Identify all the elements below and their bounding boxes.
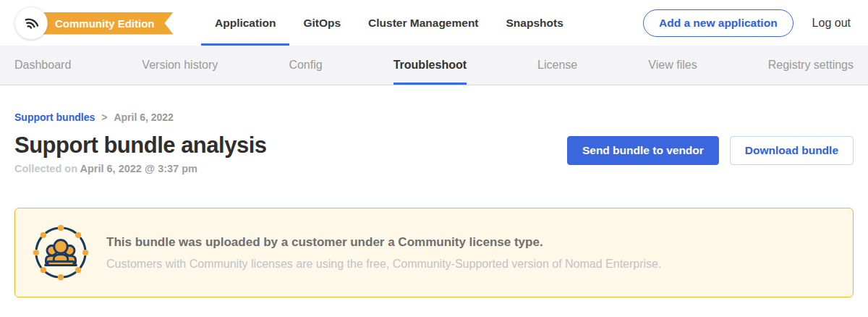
banner-subtitle: Customers with Community licenses are us… [106, 258, 661, 271]
brand: Community Edition [14, 7, 190, 40]
logout-link[interactable]: Log out [812, 17, 851, 30]
tab-config[interactable]: Config [289, 46, 322, 85]
download-bundle-button[interactable]: Download bundle [730, 136, 854, 165]
add-new-application-button[interactable]: Add a new application [643, 9, 793, 37]
nav-cluster-management[interactable]: Cluster Management [354, 0, 492, 46]
bundle-actions: Send bundle to vendor Download bundle [567, 136, 854, 165]
community-license-banner: This bundle was uploaded by a customer u… [14, 208, 854, 297]
nav-snapshots[interactable]: Snapshots [493, 0, 577, 46]
tab-dashboard[interactable]: Dashboard [14, 46, 71, 85]
title-row: Support bundle analysis Collected on Apr… [14, 132, 854, 174]
top-bar-right: Add a new application Log out [643, 9, 851, 37]
collected-on: Collected on April 6, 2022 @ 3:37 pm [14, 163, 267, 174]
banner-text: This bundle was uploaded by a customer u… [106, 235, 661, 271]
send-bundle-to-vendor-button[interactable]: Send bundle to vendor [567, 136, 719, 165]
replicated-logo[interactable] [14, 7, 48, 40]
tab-version-history[interactable]: Version history [142, 46, 218, 85]
breadcrumb-current: April 6, 2022 [114, 111, 174, 123]
nav-gitops[interactable]: GitOps [289, 0, 354, 46]
breadcrumb-support-bundles-link[interactable]: Support bundles [14, 111, 95, 123]
tab-view-files[interactable]: View files [648, 46, 697, 85]
top-bar: Community Edition Application GitOps Clu… [0, 0, 868, 46]
banner-title: This bundle was uploaded by a customer u… [106, 235, 661, 250]
app-sub-nav: Dashboard Version history Config Trouble… [0, 46, 868, 85]
community-license-icon [33, 224, 89, 281]
nav-application[interactable]: Application [201, 0, 289, 46]
main-content: Support bundles>April 6, 2022 Support bu… [0, 111, 868, 297]
tab-registry-settings[interactable]: Registry settings [768, 46, 854, 85]
primary-nav: Application GitOps Cluster Management Sn… [201, 0, 577, 46]
tab-troubleshoot[interactable]: Troubleshoot [393, 46, 467, 85]
breadcrumb-separator: > [101, 111, 107, 123]
collected-prefix: Collected on [14, 163, 80, 174]
collected-value: April 6, 2022 @ 3:37 pm [80, 163, 197, 174]
tab-license[interactable]: License [537, 46, 577, 85]
page-title: Support bundle analysis [14, 132, 267, 158]
community-edition-label: Community Edition [55, 17, 155, 30]
replicated-logo-icon [20, 11, 42, 35]
community-edition-badge: Community Edition [32, 12, 174, 35]
title-block: Support bundle analysis Collected on Apr… [14, 132, 267, 174]
breadcrumb: Support bundles>April 6, 2022 [14, 111, 854, 123]
